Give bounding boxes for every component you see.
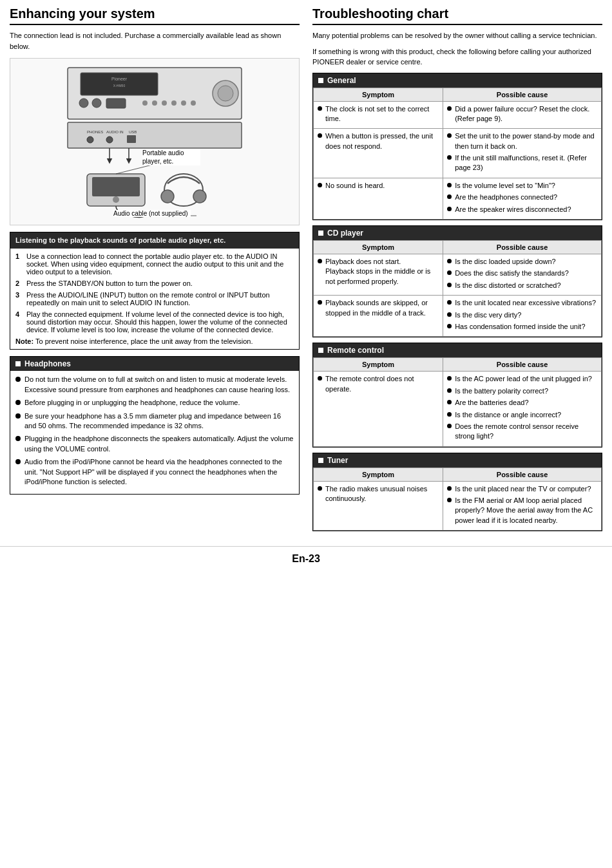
svg-text:USB: USB [129, 130, 137, 134]
general-cause-1-1: If the unit still malfunctions, reset it… [455, 153, 597, 173]
remote-cause-0-4: Does the remote control sensor receive s… [455, 422, 597, 442]
cd-row-1: Playback sounds are skipped, or stopped … [314, 296, 602, 337]
tuner-header: Tuner [313, 453, 602, 467]
tuner-symptom-header: Symptom [314, 467, 443, 481]
remote-cause-0-0: Is the AC power lead of the unit plugged… [455, 374, 592, 384]
svg-rect-6 [106, 99, 126, 108]
right-column: Troubleshooting chart Many potential pro… [312, 6, 602, 536]
device-svg: Pioneer X-HM50 [29, 61, 280, 222]
tuner-cause-0-0: Is the unit placed near the TV or comput… [455, 484, 591, 494]
tuner-bullet-icon [318, 458, 323, 463]
remote-title: Remote control [327, 346, 384, 355]
cd-table: Symptom Possible cause Playback does not… [313, 240, 602, 337]
svg-point-26 [113, 196, 119, 203]
cd-bullet-icon [318, 231, 323, 236]
step-3-text: Press the AUDIO/LINE (INPUT) button on t… [26, 291, 294, 307]
svg-point-11 [162, 100, 167, 106]
page-number: En-23 [292, 553, 320, 564]
svg-text:Pioneer: Pioneer [111, 77, 128, 81]
cd-cause-0-0: Is the disc loaded upside down? [455, 257, 556, 267]
note-text: To prevent noise interference, place the… [35, 337, 253, 345]
general-symptom-2-text: No sound is heard. [325, 181, 385, 191]
svg-point-10 [152, 100, 157, 106]
remote-cause-0: Is the AC power lead of the unit plugged… [443, 372, 602, 446]
remote-table: Symptom Possible cause The remote contro… [313, 357, 602, 446]
svg-rect-25 [92, 177, 140, 196]
cd-symptom-1-text: Playback sounds are skipped, or stopped … [325, 298, 439, 318]
right-title: Troubleshooting chart [312, 6, 602, 25]
remote-symptom-header: Symptom [314, 358, 443, 372]
general-cause-2: Is the volume level set to "Min"? Are th… [443, 178, 602, 219]
bullet-icon-4 [15, 459, 21, 464]
ts-intro-1: Many potential problems can be resolved … [312, 30, 602, 41]
general-cause-1: Set the unit to the power stand-by mode … [443, 129, 602, 178]
step-1: 1 Use a connection lead to connect the p… [15, 252, 294, 276]
headphones-text-0: Do not turn the volume on to full at swi… [24, 375, 294, 395]
remote-header: Remote control [313, 343, 602, 357]
tuner-cause-0: Is the unit placed near the TV or comput… [443, 481, 602, 531]
headphones-title: Headphones [24, 359, 71, 368]
headphones-section: Headphones Do not turn the volume on to … [10, 356, 300, 495]
note: Note: To prevent noise interference, pla… [15, 337, 294, 345]
step-3: 3 Press the AUDIO/LINE (INPUT) button on… [15, 291, 294, 307]
tuner-table: Symptom Possible cause The radio makes u… [313, 467, 602, 531]
headphones-item-1: Before plugging in or unplugging the hea… [15, 398, 294, 408]
audio-cable-label: Audio cable (not supplied) [113, 210, 191, 217]
general-symptom-1-text: When a button is pressed, the unit does … [325, 131, 439, 151]
left-title: Enhancing your system [10, 6, 300, 25]
svg-point-4 [79, 99, 88, 108]
cd-cause-0: Is the disc loaded upside down? Does the… [443, 254, 602, 296]
portable-player-label: Portable audio player, etc. [142, 149, 200, 165]
headphones-text-3: Plugging in the headphone disconnects th… [24, 434, 294, 454]
headphones-text-4: Audio from the iPod/iPhone cannot be hea… [24, 457, 294, 487]
general-cause-2-1: Are the headphones connected? [455, 193, 557, 202]
bullet-icon-2 [15, 413, 21, 419]
left-intro: The connection lead is not included. Pur… [10, 30, 300, 52]
headphones-text-2: Be sure your headphone has a 3.5 mm diam… [24, 411, 294, 431]
general-symptom-0-text: The clock is not set to the correct time… [325, 104, 439, 124]
svg-text:PHONES: PHONES [87, 130, 103, 134]
general-symptom-0: The clock is not set to the correct time… [314, 101, 443, 129]
listening-header: Listening to the playback sounds of port… [10, 232, 299, 249]
left-column: Enhancing your system The connection lea… [10, 6, 300, 536]
step-4-text: Play the connected equipment. If volume … [26, 310, 294, 334]
general-title: General [327, 76, 356, 85]
general-header: General [313, 73, 602, 88]
general-cause-1-0: Set the unit to the power stand-by mode … [455, 131, 597, 151]
device-illustration: Pioneer X-HM50 [10, 58, 300, 225]
remote-symptom-0: The remote control does not operate. [314, 372, 443, 446]
svg-point-9 [142, 100, 148, 106]
svg-point-8 [218, 86, 233, 101]
general-section: General Symptom Possible cause [312, 73, 602, 221]
remote-cause-0-2: Are the batteries dead? [455, 398, 528, 408]
cd-cause-1-1: Is the disc very dirty? [455, 310, 521, 320]
tuner-cause-header: Possible cause [443, 467, 602, 481]
step-3-num: 3 [15, 291, 23, 307]
step-1-num: 1 [15, 252, 23, 276]
tuner-section: Tuner Symptom Possible cause [312, 453, 602, 532]
general-symptom-1: When a button is pressed, the unit does … [314, 129, 443, 178]
tuner-row-0: The radio makes unusual noises continuou… [314, 481, 602, 531]
general-table: Symptom Possible cause The clock is not … [313, 88, 602, 220]
step-2: 2 Press the STANDBY/ON button to turn th… [15, 279, 294, 287]
tuner-symptom-0-text: The radio makes unusual noises continuou… [325, 484, 439, 504]
svg-rect-21 [127, 135, 136, 143]
bullet-icon-0 [15, 377, 21, 382]
step-2-text: Press the STANDBY/ON button to turn the … [26, 279, 193, 287]
general-cause-0: Did a power failure occur? Reset the clo… [443, 101, 602, 129]
headphones-item-2: Be sure your headphone has a 3.5 mm diam… [15, 411, 294, 431]
cd-section: CD player Symptom Possible cause [312, 225, 602, 337]
cd-symptom-0-text: Playback does not start.Playback stops i… [325, 257, 439, 287]
cd-cause-1: Is the unit located near excessive vibra… [443, 296, 602, 337]
step-2-num: 2 [15, 279, 23, 287]
general-bullet-icon [318, 78, 323, 83]
cd-symptom-0: Playback does not start.Playback stops i… [314, 254, 443, 296]
headphones-item-3: Plugging in the headphone disconnects th… [15, 434, 294, 454]
cd-cause-0-1: Does the disc satisfy the standards? [455, 269, 569, 278]
svg-point-12 [171, 100, 177, 106]
remote-bullet-icon [318, 348, 323, 353]
remote-row-0: The remote control does not operate. Is … [314, 372, 602, 446]
remote-cause-0-1: Is the battery polarity correct? [455, 386, 548, 396]
page: Enhancing your system The connection lea… [0, 0, 612, 571]
headphones-item-0: Do not turn the volume on to full at swi… [15, 375, 294, 395]
